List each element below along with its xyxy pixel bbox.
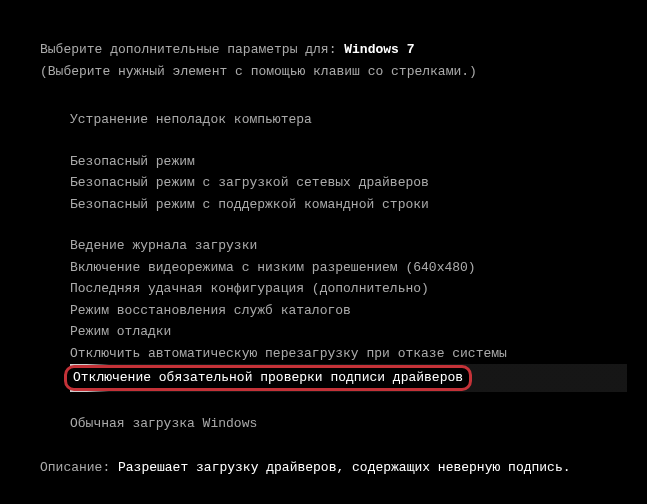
selected-item-label: Отключение обязательной проверки подписи… <box>64 365 472 391</box>
menu-item-last-known-good[interactable]: Последняя удачная конфигурация (дополнит… <box>70 278 627 300</box>
description-label: Описание: <box>40 460 118 475</box>
menu-item-safe-mode-cmd[interactable]: Безопасный режим с поддержкой командной … <box>70 194 627 216</box>
menu-item-safe-mode[interactable]: Безопасный режим <box>70 151 627 173</box>
menu-item-debug[interactable]: Режим отладки <box>70 321 627 343</box>
description-line: Описание: Разрешает загрузку драйверов, … <box>40 434 627 478</box>
os-name: Windows 7 <box>344 42 414 57</box>
menu-item-repair[interactable]: Устранение неполадок компьютера <box>70 109 627 131</box>
header-prompt-text: Выберите дополнительные параметры для: <box>40 42 344 57</box>
menu-item-safe-mode-networking[interactable]: Безопасный режим с загрузкой сетевых дра… <box>70 172 627 194</box>
header-prompt: Выберите дополнительные параметры для: W… <box>40 40 627 60</box>
menu-item-disable-auto-restart[interactable]: Отключить автоматическую перезагрузку пр… <box>70 343 627 365</box>
menu-gap <box>70 215 627 235</box>
header-hint: (Выберите нужный элемент с помощью клави… <box>40 62 627 82</box>
menu-item-disable-driver-signature[interactable]: Отключение обязательной проверки подписи… <box>70 364 627 392</box>
menu-item-boot-logging[interactable]: Ведение журнала загрузки <box>70 235 627 257</box>
menu-item-low-res[interactable]: Включение видеорежима с низким разрешени… <box>70 257 627 279</box>
menu-gap <box>70 131 627 151</box>
menu-item-directory-restore[interactable]: Режим восстановления служб каталогов <box>70 300 627 322</box>
menu-item-start-normally[interactable]: Обычная загрузка Windows <box>70 392 627 435</box>
boot-options-menu: Устранение неполадок компьютера Безопасн… <box>40 109 627 434</box>
description-text: Разрешает загрузку драйверов, содержащих… <box>118 460 570 475</box>
